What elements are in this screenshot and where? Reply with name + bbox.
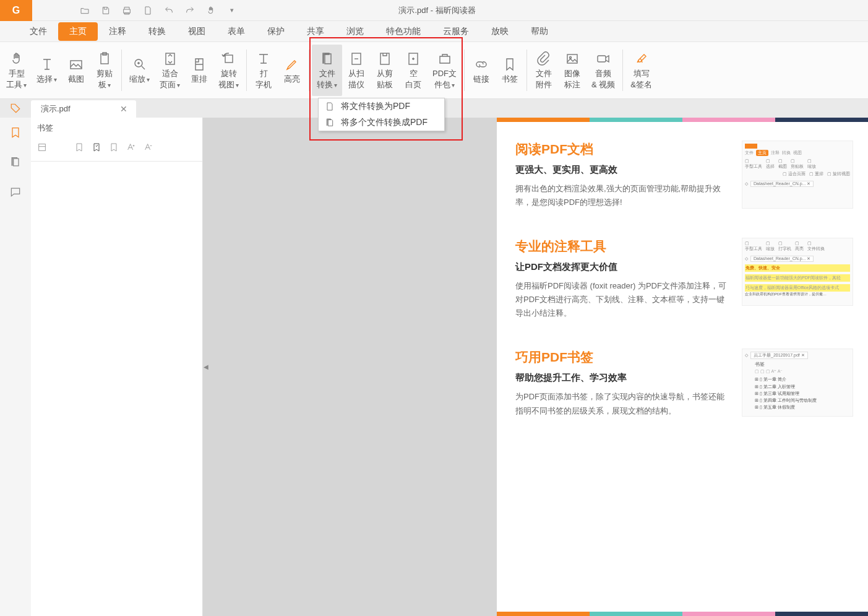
sign-icon: [634, 51, 650, 67]
menu-home[interactable]: 主页: [58, 22, 98, 41]
convert-file-to-pdf[interactable]: 将文件转换为PDF: [319, 98, 444, 115]
ribbon-clipboard-button[interactable]: 剪贴板▾: [90, 45, 119, 96]
tag-icon[interactable]: [0, 99, 31, 118]
menu-comment[interactable]: 注释: [98, 22, 137, 41]
open-folder-icon[interactable]: [75, 2, 94, 19]
ribbon-label: 文件: [536, 68, 552, 79]
ribbon-zoom-button[interactable]: 缩放▾: [124, 45, 155, 96]
menu-play[interactable]: 放映: [480, 22, 520, 41]
dropdown-label: 将多个文件转换成PDF: [341, 117, 428, 128]
ribbon-label: 书签: [502, 74, 518, 85]
ribbon-fitpage-button[interactable]: 适合页面▾: [155, 45, 185, 96]
ribbon-attach-button[interactable]: 文件附件: [530, 45, 558, 96]
print-icon[interactable]: [118, 2, 136, 19]
ribbon-bookmark-button[interactable]: 书签: [496, 45, 524, 96]
section-body: 拥有出色的文档渲染效果,强大的页面管理功能,帮助提升效率，是您阅读PDF的理想选…: [515, 182, 731, 209]
zoom-icon: [132, 56, 148, 72]
ribbon-label: 缩放▾: [129, 74, 150, 85]
qat-more-icon[interactable]: ▾: [223, 2, 241, 19]
hand-icon[interactable]: [202, 2, 220, 19]
ribbon-label: 高亮: [284, 74, 300, 85]
menu-share[interactable]: 共享: [296, 22, 335, 41]
panel-collapse-handle[interactable]: ◀: [203, 355, 209, 380]
ribbon-portfolio-button[interactable]: PDF文件包▾: [428, 45, 462, 96]
svg-rect-7: [380, 53, 389, 64]
svg-rect-5: [225, 55, 233, 63]
ribbon-label: 标注: [564, 79, 580, 90]
page-section: 专业的注释工具让PDF文档发挥更大价值使用福昕PDF阅读器 (foxit rea…: [515, 238, 853, 320]
document-tab[interactable]: 演示.pdf ✕: [31, 100, 136, 118]
scanner-icon: [348, 51, 364, 67]
menu-form[interactable]: 表单: [217, 22, 256, 41]
bookmark-panel-title: 书签: [31, 118, 202, 139]
ribbon-label: 从剪: [377, 68, 393, 79]
section-heading: 巧用PDF书签: [515, 349, 731, 366]
ribbon-label: 件包▾: [434, 79, 455, 90]
page-color-strip: [497, 118, 868, 122]
menu-convert[interactable]: 转换: [137, 22, 177, 41]
ribbon-scanner-button[interactable]: 从扫描仪: [342, 45, 371, 96]
link-icon: [473, 56, 489, 72]
window-title: 演示.pdf - 福昕阅读器: [254, 5, 621, 16]
ribbon-label: 音频: [595, 68, 611, 79]
ribbon-rotate-button[interactable]: 旋转视图▾: [213, 45, 244, 96]
font-decrease-icon[interactable]: [144, 142, 153, 155]
font-increase-icon[interactable]: [126, 142, 136, 155]
section-thumbnail: ▢手型工具▢缩放▢打字机▢高亮▢文件转换◇ Datasheet_Reader_C…: [742, 238, 853, 306]
menu-browse[interactable]: 浏览: [335, 22, 375, 41]
ribbon-label: 适合: [162, 68, 178, 79]
fromclip-icon: [377, 51, 393, 67]
close-tab-icon[interactable]: ✕: [120, 104, 127, 114]
convert-multiple-to-pdf[interactable]: 将多个文件转换成PDF: [319, 115, 444, 131]
menu-feature[interactable]: 特色功能: [375, 22, 432, 41]
ribbon-label: 截图: [68, 74, 84, 85]
section-body: 使用福昕PDF阅读器 (foxit reader) 为PDF文件添加注释，可对P…: [515, 279, 731, 320]
ribbon-reflow-button[interactable]: 重排: [185, 45, 213, 96]
file-convert-dropdown: 将文件转换为PDF 将多个文件转换成PDF: [318, 98, 445, 131]
ribbon-label: 重排: [191, 74, 207, 85]
filedoc-icon: [319, 51, 335, 67]
ribbon-filedoc-button[interactable]: 文件转换▾: [312, 45, 342, 96]
bookmark-tool-1-icon[interactable]: [74, 142, 84, 155]
menu-protect[interactable]: 保护: [256, 22, 296, 41]
ribbon-typewriter-button[interactable]: 打字机: [249, 45, 278, 96]
bookmark-layout-icon[interactable]: [37, 142, 47, 155]
section-subheading: 帮助您提升工作、学习效率: [515, 372, 731, 384]
pages-panel-icon[interactable]: [8, 155, 23, 170]
ribbon-label: 贴板: [377, 79, 393, 90]
reflow-icon: [191, 56, 207, 72]
ribbon-label: 链接: [473, 74, 489, 85]
ribbon-snapshot-button[interactable]: 截图: [62, 45, 90, 96]
menu-cloud[interactable]: 云服务: [432, 22, 480, 41]
ribbon-sign-button[interactable]: 填写&签名: [625, 45, 657, 96]
section-body: 为PDF页面添加书签，除了实现内容的快速导航，书签还能指明不同书签的层级关系，展…: [515, 390, 731, 417]
page-icon[interactable]: [139, 2, 157, 19]
video-icon: [595, 51, 611, 67]
ribbon-hand-button[interactable]: 手型工具▾: [1, 45, 32, 96]
page-section: 阅读PDF文档更强大、更实用、更高效拥有出色的文档渲染效果,强大的页面管理功能,…: [515, 141, 853, 209]
menu-help[interactable]: 帮助: [520, 22, 559, 41]
ribbon-image-button[interactable]: 图像标注: [558, 45, 587, 96]
redo-icon[interactable]: [181, 2, 199, 19]
ribbon-fromclip-button[interactable]: 从剪贴板: [371, 45, 399, 96]
save-icon[interactable]: [97, 2, 115, 19]
highlight-icon: [284, 56, 300, 72]
bookmark-tool-3-icon[interactable]: [109, 142, 119, 155]
menu-file[interactable]: 文件: [19, 22, 58, 41]
document-viewport[interactable]: ◀ 阅读PDF文档更强大、更实用、更高效拥有出色的文档渲染效果,强大的页面管理功…: [203, 118, 868, 616]
ribbon-textselect-button[interactable]: 选择▾: [32, 45, 62, 96]
menu-view[interactable]: 视图: [177, 22, 217, 41]
dropdown-label: 将文件转换为PDF: [341, 101, 410, 112]
bookmark-panel: 书签: [31, 118, 203, 616]
app-logo[interactable]: G: [0, 0, 32, 21]
snapshot-icon: [68, 56, 84, 72]
ribbon-highlight-button[interactable]: 高亮: [278, 45, 306, 96]
ribbon-label: 视图▾: [218, 79, 239, 90]
bookmark-tool-2-icon[interactable]: [92, 142, 101, 155]
undo-icon[interactable]: [160, 2, 178, 19]
comments-panel-icon[interactable]: [8, 184, 23, 199]
ribbon-link-button[interactable]: 链接: [467, 45, 496, 96]
ribbon-blank-button[interactable]: 空白页: [399, 45, 428, 96]
ribbon-video-button[interactable]: 音频& 视频: [587, 45, 620, 96]
bookmark-panel-icon[interactable]: [8, 125, 23, 140]
